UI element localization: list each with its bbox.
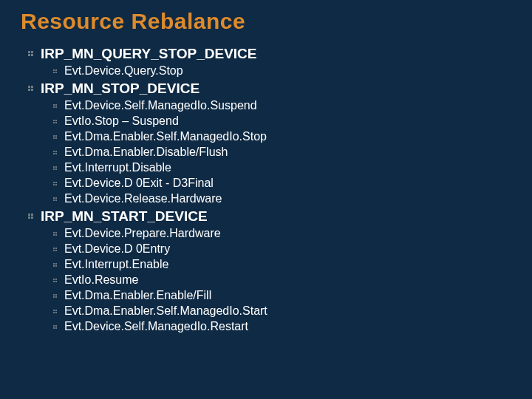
bullet-icon [53,151,57,154]
list-item: Evt.Device.Self.ManagedIo.Suspend [53,98,511,114]
list-item: Evt.Device.Query.Stop [53,64,511,79]
list-item: EvtIo.Resume [53,273,511,288]
item-text: Evt.Interrupt.Enable [64,259,168,270]
section-heading: IRP_MN_QUERY_STOP_DEVICE [28,44,511,64]
list-item: Evt.Interrupt.Disable [53,160,511,176]
bullet-icon [53,294,57,298]
list-item: Evt.Interrupt.Enable [53,257,511,273]
bullet-icon [53,166,57,170]
bullet-icon [53,197,57,201]
item-text: Evt.Dma.Enabler.Self.ManagedIo.Start [64,305,267,317]
bullet-icon [28,214,33,219]
item-text: Evt.Device.D 0Entry [64,243,170,255]
item-text: Evt.Device.Release.Hardware [64,193,222,205]
bullet-icon [53,310,57,313]
heading-text: IRP_MN_START_DEVICE [41,209,208,223]
item-text: EvtIo.Stop – Suspend [64,115,179,127]
list-item: Evt.Dma.Enabler.Self.ManagedIo.Stop [53,129,511,145]
item-text: EvtIo.Resume [64,274,138,286]
bullet-icon [53,325,57,329]
item-text: Evt.Dma.Enabler.Disable/Flush [64,146,228,158]
list-item: EvtIo.Stop – Suspend [53,114,511,129]
bullet-icon [53,182,57,185]
item-text: Evt.Device.Prepare.Hardware [64,228,221,239]
heading-text: IRP_MN_QUERY_STOP_DEVICE [41,47,256,61]
section-heading: IRP_MN_START_DEVICE [28,207,511,226]
bullet-icon [53,135,57,139]
bullet-icon [53,104,57,108]
item-text: Evt.Device.D 0Exit - D3Final [64,177,214,189]
list-item: Evt.Device.D 0Exit - D3Final [53,176,511,191]
list-item: Evt.Device.D 0Entry [53,242,511,257]
bullet-icon [53,248,57,251]
item-text: Evt.Device.Self.ManagedIo.Suspend [64,100,257,112]
bullet-icon [28,51,33,56]
item-text: Evt.Dma.Enabler.Self.ManagedIo.Stop [64,131,267,143]
bullet-icon [53,279,57,282]
heading-text: IRP_MN_STOP_DEVICE [41,81,200,95]
bullet-icon [53,69,57,73]
list-item: Evt.Dma.Enabler.Self.ManagedIo.Start [53,304,511,319]
list-item: Evt.Dma.Enabler.Enable/Fill [53,288,511,304]
bullet-icon [28,86,33,91]
section-heading: IRP_MN_STOP_DEVICE [28,79,511,98]
slide: Resource Rebalance IRP_MN_QUERY_STOP_DEV… [0,0,532,349]
list-item: Evt.Dma.Enabler.Disable/Flush [53,145,511,160]
bullet-icon [53,232,57,236]
item-text: Evt.Device.Query.Stop [64,65,183,77]
item-text: Evt.Dma.Enabler.Enable/Fill [64,290,211,301]
bullet-icon [53,263,57,267]
list-item: Evt.Device.Prepare.Hardware [53,226,511,242]
list-item: Evt.Device.Self.ManagedIo.Restart [53,319,511,335]
list-item: Evt.Device.Release.Hardware [53,191,511,207]
slide-title: Resource Rebalance [21,9,511,34]
item-text: Evt.Interrupt.Disable [64,162,171,174]
bullet-icon [53,120,57,123]
item-text: Evt.Device.Self.ManagedIo.Restart [64,321,248,332]
